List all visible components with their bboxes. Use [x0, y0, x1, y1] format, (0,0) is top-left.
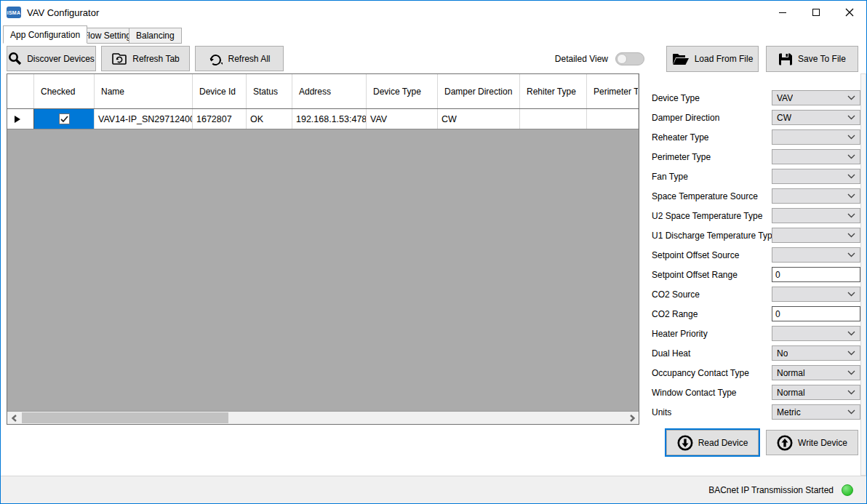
- damper-direction-cell[interactable]: CW: [438, 109, 520, 129]
- device-grid: Checked Name Device Id Status Address De…: [7, 73, 639, 425]
- dropdown-value: No: [777, 348, 788, 359]
- form-row: U1 Discharge Temperature Type: [646, 225, 860, 245]
- window-contact-type-dropdown[interactable]: Normal: [772, 385, 860, 400]
- rehiter-type-cell[interactable]: [520, 109, 587, 129]
- row-selector-cell[interactable]: [7, 109, 34, 129]
- address-cell[interactable]: 192.168.1.53:47808: [292, 109, 367, 129]
- tab-balancing[interactable]: Balancing: [129, 28, 182, 44]
- checked-cell[interactable]: [34, 109, 95, 129]
- status-cell[interactable]: OK: [247, 109, 292, 129]
- dropdown-value: Metric: [777, 407, 801, 417]
- connection-status-indicator-icon: [842, 484, 853, 496]
- units-dropdown[interactable]: Metric: [772, 404, 860, 420]
- table-row[interactable]: VAV14-IP_SN2971240039 1672807 OK 192.168…: [7, 109, 639, 129]
- detailed-view-toggle[interactable]: [615, 52, 644, 65]
- dropdown-value: Normal: [777, 368, 805, 378]
- setpoint-offset-range-input[interactable]: [772, 267, 860, 282]
- grid-header-row: Checked Name Device Id Status Address De…: [7, 74, 639, 109]
- chevron-down-icon: [847, 174, 855, 179]
- chevron-down-icon: [847, 351, 855, 356]
- setpoint-offset-source-dropdown[interactable]: [772, 247, 860, 263]
- grid-header-address[interactable]: Address: [292, 74, 367, 108]
- field-label: Damper Direction: [646, 113, 772, 123]
- damper-direction-dropdown[interactable]: CW: [772, 110, 860, 125]
- field-label: Space Temperature Source: [646, 191, 772, 201]
- scroll-left-button[interactable]: [7, 412, 20, 424]
- form-row: Setpoint Offset Range: [646, 265, 860, 284]
- co2-range-input[interactable]: [772, 306, 860, 321]
- grid-header-checked[interactable]: Checked: [34, 74, 95, 108]
- space-temperature-source-dropdown[interactable]: [772, 188, 860, 204]
- write-device-button[interactable]: Write Device: [766, 430, 858, 455]
- device-id-cell[interactable]: 1672807: [193, 109, 247, 129]
- save-to-file-button[interactable]: Save To File: [766, 46, 858, 72]
- chevron-down-icon: [847, 233, 855, 238]
- chevron-right-icon: [630, 415, 635, 422]
- refresh-tab-icon: [111, 52, 127, 65]
- grid-header-perimeter-type[interactable]: Perimeter Type: [587, 74, 639, 108]
- save-icon: [778, 52, 793, 66]
- chevron-down-icon: [847, 370, 855, 375]
- button-label: Discover Devices: [27, 54, 95, 64]
- scrollbar-thumb[interactable]: [22, 412, 228, 423]
- name-cell[interactable]: VAV14-IP_SN2971240039: [95, 109, 193, 129]
- refresh-all-button[interactable]: Refresh All: [195, 46, 284, 71]
- dual-heat-dropdown[interactable]: No: [772, 345, 860, 361]
- field-label: CO2 Source: [646, 289, 772, 300]
- chevron-down-icon: [847, 409, 855, 415]
- grid-empty-area: [7, 129, 639, 411]
- read-device-button[interactable]: Read Device: [666, 430, 759, 455]
- form-row: Perimeter Type: [646, 147, 860, 167]
- dropdown-value: VAV: [777, 93, 793, 103]
- form-row: Device Type VAV: [646, 88, 860, 108]
- chevron-down-icon: [847, 95, 855, 100]
- u1-discharge-temperature-type-dropdown[interactable]: [772, 228, 860, 243]
- grid-header-name[interactable]: Name: [95, 74, 193, 108]
- chevron-down-icon: [847, 115, 855, 120]
- app-logo-icon: iSMA: [7, 7, 21, 18]
- scroll-right-button[interactable]: [626, 412, 639, 424]
- discover-devices-button[interactable]: Discover Devices: [7, 46, 96, 71]
- heater-priority-dropdown[interactable]: [772, 326, 860, 341]
- field-label: Units: [646, 407, 772, 417]
- u2-space-temperature-type-dropdown[interactable]: [772, 208, 860, 223]
- device-type-dropdown[interactable]: VAV: [772, 90, 860, 105]
- horizontal-scrollbar[interactable]: [7, 411, 639, 424]
- close-icon: [845, 8, 854, 17]
- minimize-button[interactable]: [766, 1, 799, 24]
- panel-vertical-scrollbar[interactable]: [860, 73, 866, 476]
- refresh-tab-button[interactable]: Refresh Tab: [101, 46, 190, 71]
- chevron-down-icon: [847, 331, 855, 336]
- open-folder-icon: [672, 52, 690, 66]
- tab-label: Flow Settings: [83, 31, 135, 41]
- window-controls: [766, 1, 866, 24]
- perimeter-type-cell[interactable]: [587, 109, 639, 129]
- load-from-file-button[interactable]: Load From File: [666, 46, 759, 72]
- form-row: Units Metric: [646, 402, 860, 422]
- chevron-down-icon: [847, 390, 855, 395]
- maximize-button[interactable]: [799, 1, 833, 24]
- occupancy-contact-type-dropdown[interactable]: Normal: [772, 365, 860, 380]
- perimeter-type-dropdown[interactable]: [772, 149, 860, 164]
- grid-header-damper-direction[interactable]: Damper Direction: [438, 74, 520, 108]
- device-settings-panel: Device Type VAV Damper Direction CW Rehe…: [646, 88, 860, 422]
- grid-header-selector: [7, 74, 34, 108]
- co2-source-dropdown[interactable]: [772, 287, 860, 302]
- form-row: Heater Priority: [646, 324, 860, 343]
- grid-header-status[interactable]: Status: [247, 74, 292, 108]
- toggle-knob: [617, 54, 627, 64]
- grid-header-device-type[interactable]: Device Type: [367, 74, 438, 108]
- reheater-type-dropdown[interactable]: [772, 129, 860, 145]
- upload-circle-icon: [777, 435, 793, 451]
- tab-app-configuration[interactable]: App Configuration: [3, 25, 87, 44]
- button-label: Load From File: [695, 54, 754, 64]
- form-row: Space Temperature Source: [646, 186, 860, 206]
- dropdown-value: CW: [777, 113, 791, 123]
- device-type-cell[interactable]: VAV: [367, 109, 438, 129]
- close-button[interactable]: [833, 1, 866, 24]
- fan-type-dropdown[interactable]: [772, 169, 860, 184]
- detailed-view-label: Detailed View: [555, 54, 608, 64]
- row-checkbox[interactable]: [59, 113, 70, 124]
- grid-header-device-id[interactable]: Device Id: [193, 74, 247, 108]
- grid-header-rehiter-type[interactable]: Rehiter Type: [520, 74, 587, 108]
